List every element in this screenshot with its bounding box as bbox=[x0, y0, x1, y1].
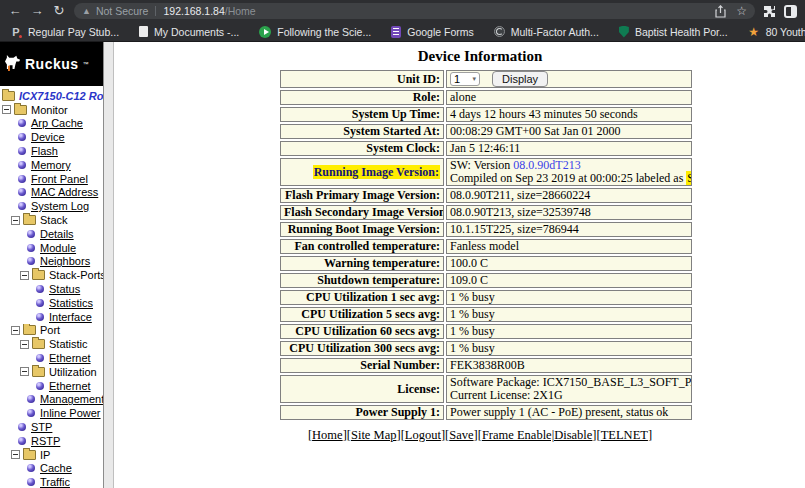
forward-icon[interactable]: → bbox=[30, 0, 44, 22]
back-icon[interactable]: ← bbox=[8, 0, 22, 22]
tree-row-statistic-18: Statistic bbox=[0, 337, 103, 351]
row-value: Software Package: ICX7150_BASE_L3_SOFT_P… bbox=[446, 375, 692, 403]
display-button[interactable]: Display bbox=[492, 71, 548, 87]
table-row-cpu-utilization-1-sec-avg: CPU Utilization 1 sec avg:1 % busy bbox=[280, 290, 692, 305]
row-label: License: bbox=[280, 375, 444, 403]
value-text: 4 days 12 hours 43 minutes 50 seconds bbox=[450, 107, 638, 121]
table-row-fan-controlled-temperature: Fan controlled temperature:Fanless model bbox=[280, 239, 692, 254]
tree-item-module[interactable]: Module bbox=[40, 242, 76, 254]
bullet-icon bbox=[36, 382, 44, 390]
tree-row-stack-9: Stack bbox=[0, 213, 103, 227]
footer-link-save[interactable]: Save bbox=[449, 428, 473, 442]
tree-item-management[interactable]: Management bbox=[40, 393, 103, 405]
bookmark-item-following-the-scie[interactable]: Following the Scie... bbox=[259, 26, 371, 38]
value-line: 4 days 12 hours 43 minutes 50 seconds bbox=[450, 108, 688, 121]
frame-scrollbar[interactable] bbox=[103, 42, 114, 488]
tree-item-rstp[interactable]: RSTP bbox=[31, 435, 60, 447]
bullet-icon bbox=[27, 478, 35, 486]
tree-item-neighbors[interactable]: Neighbors bbox=[40, 255, 90, 267]
bookmark-item-baptist-health-por[interactable]: Baptist Health Por... bbox=[619, 26, 728, 38]
tree-expander-icon[interactable] bbox=[11, 216, 20, 225]
tree-row-ethernet-21: Ethernet bbox=[0, 379, 103, 393]
tree-item-details[interactable]: Details bbox=[40, 228, 74, 240]
tree-item-memory[interactable]: Memory bbox=[31, 159, 71, 171]
tree-branch-stack-ports: Stack-Ports bbox=[49, 269, 103, 281]
extensions-puzzle-icon[interactable] bbox=[763, 5, 776, 18]
value-text: 00:08:29 GMT+00 Sat Jan 01 2000 bbox=[450, 124, 620, 138]
footer-link-logout[interactable]: Logout bbox=[405, 428, 441, 442]
bookmark-label: Regular Pay Stub... bbox=[28, 26, 119, 38]
bullet-icon bbox=[18, 147, 26, 155]
tree-expander-icon[interactable] bbox=[20, 367, 29, 376]
footer-link-telnet[interactable]: TELNET bbox=[601, 428, 648, 442]
row-value: 08.0.90T213, size=32539748 bbox=[446, 205, 692, 220]
row-label: System Up Time: bbox=[280, 107, 444, 122]
footer-link-frame-enable-disable[interactable]: Frame Enable|Disable bbox=[482, 428, 592, 442]
table-row-system-clock: System Clock:Jan 5 12:46:11 bbox=[280, 141, 692, 156]
footer-link-site-map[interactable]: Site Map bbox=[351, 428, 396, 442]
footer-link-home[interactable]: Home bbox=[312, 428, 343, 442]
tree-item-ethernet[interactable]: Ethernet bbox=[49, 380, 91, 392]
bookmark-item-multi-factor-auth[interactable]: Multi-Factor Auth... bbox=[494, 26, 599, 38]
unit-id-value: 1 bbox=[454, 73, 460, 85]
bullet-icon bbox=[18, 119, 26, 127]
tree-item-flash[interactable]: Flash bbox=[31, 145, 58, 157]
bookmark-item-80-youth-discussi[interactable]: ★80 Youth Discussi... bbox=[748, 26, 805, 38]
table-row-serial-number: Serial Number:FEK3838R00B bbox=[280, 358, 692, 373]
tree-item-arp-cache[interactable]: Arp Cache bbox=[31, 117, 83, 129]
tree-item-mac-address[interactable]: MAC Address bbox=[31, 186, 98, 198]
value-text: Current License: 2X1G bbox=[450, 388, 563, 402]
tree-item-statistics[interactable]: Statistics bbox=[49, 297, 93, 309]
table-row-flash-primary-image-version: Flash Primary Image Version:08.0.90T211,… bbox=[280, 188, 692, 203]
tree-item-traffic[interactable]: Traffic bbox=[40, 476, 70, 488]
tree-item-system-log[interactable]: System Log bbox=[31, 200, 89, 212]
tree-expander-icon[interactable] bbox=[20, 271, 29, 280]
nav-sidebar: Ruckus ™ ICX7150-C12 RouterMonitorArp Ca… bbox=[0, 42, 103, 488]
value-line: Power supply 1 (AC - PoE) present, statu… bbox=[450, 406, 688, 419]
address-separator bbox=[155, 6, 156, 16]
bookmark-item-regular-pay-stub[interactable]: PRegular Pay Stub... bbox=[10, 26, 119, 38]
tree-row-arp-cache-2: Arp Cache bbox=[0, 117, 103, 131]
browser-chrome: ← → ↻ ▲ Not Secure 192.168.1.84 /Home ☆ bbox=[0, 0, 805, 42]
value-text: 10.1.15T225, size=786944 bbox=[450, 222, 579, 236]
bullet-icon bbox=[36, 285, 44, 293]
bookmark-label: My Documents -... bbox=[154, 26, 239, 38]
bookmark-item-my-documents[interactable]: My Documents -... bbox=[139, 26, 239, 38]
value-line: 100.0 C bbox=[450, 257, 688, 270]
tree-item-front-panel[interactable]: Front Panel bbox=[31, 173, 88, 185]
row-label: Shutdown temperature: bbox=[280, 273, 444, 288]
tree-item-inline-power[interactable]: Inline Power bbox=[40, 407, 101, 419]
bullet-icon bbox=[27, 395, 35, 403]
browser-profile-icon[interactable] bbox=[784, 5, 797, 18]
value-text: 08.0.90T213, size=32539748 bbox=[450, 205, 591, 219]
tree-row-front-panel-6: Front Panel bbox=[0, 172, 103, 186]
version-link[interactable]: 08.0.90dT213 bbox=[513, 158, 580, 172]
tree-item-cache[interactable]: Cache bbox=[40, 462, 72, 474]
tree-expander-icon[interactable] bbox=[11, 450, 20, 459]
unit-id-select[interactable]: 1▾ bbox=[450, 72, 480, 86]
row-label: Running Boot Image Version: bbox=[280, 222, 444, 237]
row-value: Fanless model bbox=[446, 239, 692, 254]
value-text: FEK3838R00B bbox=[450, 358, 525, 372]
value-text: alone bbox=[450, 90, 476, 104]
bookmark-item-google-forms[interactable]: Google Forms bbox=[391, 26, 474, 38]
tree-item-device[interactable]: Device bbox=[31, 131, 65, 143]
folder-icon bbox=[32, 270, 45, 280]
bookmark-star-icon[interactable]: ☆ bbox=[736, 5, 747, 17]
tree-expander-icon[interactable] bbox=[2, 105, 11, 114]
share-icon[interactable] bbox=[715, 5, 726, 18]
tree-expander-icon[interactable] bbox=[11, 326, 20, 335]
tree-root-icx7150-c12-router: ICX7150-C12 Router bbox=[19, 90, 103, 102]
row-label: CPU Utilization 300 secs avg: bbox=[280, 341, 444, 356]
row-label: Unit ID: bbox=[280, 70, 444, 88]
not-secure-warning-icon: ▲ bbox=[82, 6, 91, 16]
tree-row-stp-24: STP bbox=[0, 420, 103, 434]
address-bar[interactable]: ▲ Not Secure 192.168.1.84 /Home ☆ bbox=[74, 3, 755, 19]
tree-item-ethernet[interactable]: Ethernet bbox=[49, 352, 91, 364]
tree-item-stp[interactable]: STP bbox=[31, 421, 52, 433]
reload-icon[interactable]: ↻ bbox=[52, 0, 66, 22]
tree-item-interface[interactable]: Interface bbox=[49, 311, 92, 323]
tree-item-status[interactable]: Status bbox=[49, 283, 80, 295]
tree-row-flash-4: Flash bbox=[0, 144, 103, 158]
tree-expander-icon[interactable] bbox=[20, 340, 29, 349]
